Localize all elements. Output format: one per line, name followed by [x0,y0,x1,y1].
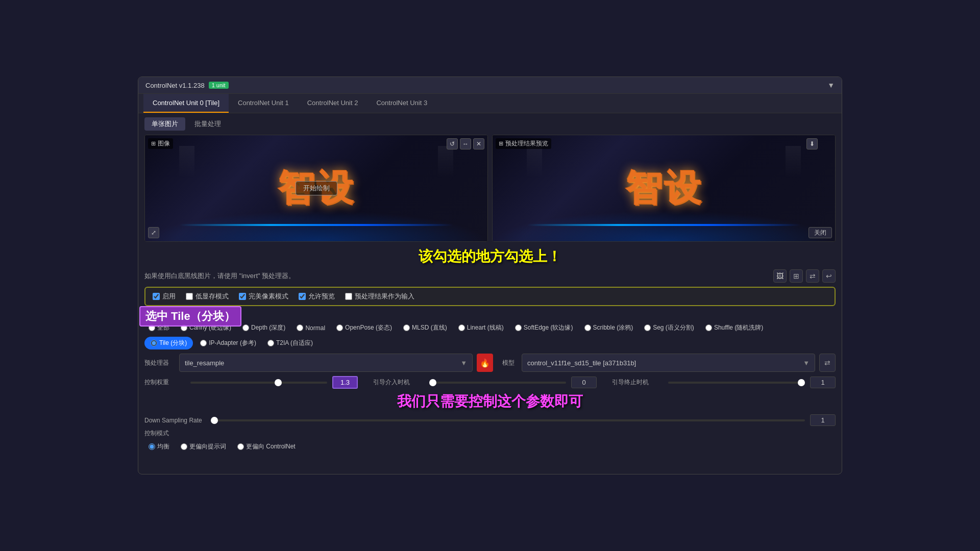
fire-btn[interactable]: 🔥 [477,354,493,372]
model-arrow: ▼ [803,359,810,367]
radio-scribble[interactable]: Scribble (涂鸦) [580,322,638,334]
hint-icon-swap[interactable]: ⇄ [806,269,819,283]
allow-preview-checkbox-input[interactable] [299,293,306,300]
guidance-end-slider-wrapper [668,378,805,388]
rotate-btn[interactable]: ↺ [447,138,458,149]
down-sampling-row: Down Sampling Rate 1 [144,414,836,426]
radio-seg[interactable]: Seg (语义分割) [640,322,698,334]
tab-unit2[interactable]: ControlNet Unit 2 [298,94,368,113]
download-btn[interactable]: ⬇ [806,138,818,149]
preview-panel-label: ⊞ 预处理结果预览 [496,138,551,149]
preview-panel-download: ⬇ [806,138,818,149]
guidance-start-label: 引导介入时机 [373,378,424,387]
allow-preview-checkbox[interactable]: 允许预览 [299,292,335,301]
control-weight-value[interactable]: 1.3 [332,376,358,389]
image-panel-controls: ↺ ↔ ✕ [447,138,484,149]
start-draw-btn[interactable]: 开始绘制 [296,181,337,195]
preprocessor-arrow: ▼ [460,359,467,367]
tabs-bar: ControlNet Unit 0 [Tile] ControlNet Unit… [138,94,842,113]
down-sampling-value[interactable]: 1 [810,414,836,426]
mode-controlnet[interactable]: 更偏向 ControlNet [233,441,300,453]
options-bar: 启用 低显存模式 完美像素模式 允许预览 预处理结果作为输入 [144,287,836,306]
radio-shuffle[interactable]: Shuffle (随机洗牌) [701,322,767,334]
guidance-end-value[interactable]: 1 [810,377,836,388]
annotation-text-1: 该勾选的地方勾选上！ [144,247,836,266]
pixel-perfect-checkbox[interactable]: 完美像素模式 [239,292,288,301]
title-bar-arrow[interactable]: ▼ [827,81,835,89]
radio-lineart[interactable]: Lineart (线稿) [454,322,508,334]
model-label: 模型 [502,359,518,367]
control-weight-slider[interactable] [190,382,327,384]
guidance-start-slider[interactable] [429,382,566,384]
tab-unit0[interactable]: ControlNet Unit 0 [Tile] [143,94,229,113]
radio-ipadapter[interactable]: IP-Adapter (参考) [196,337,260,349]
control-mode-section: 控制模式 均衡 更偏向提示词 更偏向 ControlNet [144,429,836,453]
control-type-row2: Tile (分块) 选中 Tile（分块） IP-Adapter (参考) T2… [144,337,836,349]
radio-tile[interactable]: Tile (分块) 选中 Tile（分块） [144,337,193,349]
swap-btn[interactable]: ⇄ [819,354,836,372]
model-select[interactable]: control_v11f1e_sd15_tile [a371b31b] ▼ [522,354,815,372]
mode-prompt[interactable]: 更偏向提示词 [177,441,230,453]
title-bar: ControlNet v1.1.238 1 unit ▼ [138,77,842,94]
low-vram-checkbox[interactable]: 低显存模式 [186,292,229,301]
radio-mlsd[interactable]: MLSD (直线) [399,322,451,334]
preview-image-bg: 智设 [493,135,835,241]
radio-softedge[interactable]: SoftEdge (软边缘) [511,322,577,334]
control-weight-slider-wrapper [190,378,327,388]
down-sampling-slider[interactable] [211,419,805,421]
guidance-end-label: 引导终止时机 [612,378,663,387]
tab-unit1[interactable]: ControlNet Unit 1 [229,94,298,113]
preprocessor-label: 预处理器 [144,359,175,367]
annotation-area-1: 该勾选的地方勾选上！ [144,247,836,266]
mode-balanced[interactable]: 均衡 [144,441,174,453]
preprocessor-result-checkbox-input[interactable] [345,293,352,300]
guidance-start-value[interactable]: 0 [571,377,597,388]
radio-all[interactable]: 全部 [144,322,174,334]
control-weight-row: 控制权重 1.3 引导介入时机 0 引导终止时机 1 [144,376,836,389]
preprocessor-select[interactable]: tile_resample ▼ [179,354,473,372]
hint-icon-file[interactable]: 🖼 [773,269,787,283]
control-type-section: 控制类型 全部 Canny (硬边缘) Depth (深度) Normal Op… [144,310,836,349]
guidance-end-slider[interactable] [668,382,805,384]
close-preview-btn[interactable]: 关闭 [808,227,832,238]
radio-canny[interactable]: Canny (硬边缘) [177,322,235,334]
control-type-row1: 全部 Canny (硬边缘) Depth (深度) Normal OpenPos… [144,322,836,334]
app-title: ControlNet v1.1.238 [145,82,205,89]
radio-normal[interactable]: Normal [292,322,329,334]
tab-unit3[interactable]: ControlNet Unit 3 [367,94,436,113]
source-image-bg: 智设 开始绘制 [145,135,487,241]
preprocessor-result-checkbox[interactable]: 预处理结果作为输入 [345,292,414,301]
sub-tab-single[interactable]: 单张图片 [144,117,185,131]
annotation-text-3: 我们只需要控制这个参数即可 [144,392,836,411]
enable-checkbox[interactable]: 启用 [153,292,176,301]
pixel-perfect-checkbox-input[interactable] [239,293,246,300]
unit-badge: 1 unit [209,82,229,89]
close-btn[interactable]: ✕ [473,138,484,149]
image-panel-label: ⊞ 图像 [148,138,173,149]
control-mode-label: 控制模式 [144,429,836,438]
content-area: ⊞ 图像 ↺ ↔ ✕ 智设 开始绘制 ⤢ [138,135,842,462]
hint-row: 如果使用白底黑线图片，请使用 "invert" 预处理器。 🖼 ⊞ ⇄ ↩ [144,269,836,283]
down-sampling-label: Down Sampling Rate [144,417,206,424]
guidance-start-slider-wrapper [429,378,566,388]
low-vram-checkbox-input[interactable] [186,293,193,300]
control-weight-label: 控制权重 [144,378,185,387]
radio-openpose[interactable]: OpenPose (姿态) [332,322,396,334]
source-image-panel: ⊞ 图像 ↺ ↔ ✕ 智设 开始绘制 ⤢ [144,135,488,242]
hint-icons: 🖼 ⊞ ⇄ ↩ [773,269,836,283]
preprocessor-row: 预处理器 tile_resample ▼ 🔥 模型 control_v11f1e… [144,354,836,372]
control-mode-options: 均衡 更偏向提示词 更偏向 ControlNet [144,441,836,453]
preview-image-text: 智设 [625,164,703,213]
hint-icon-rotate[interactable]: ↩ [822,269,836,283]
control-type-label: 控制类型 [144,310,836,319]
flip-btn[interactable]: ↔ [460,138,471,149]
radio-depth[interactable]: Depth (深度) [238,322,289,334]
app-window: ControlNet v1.1.238 1 unit ▼ ControlNet … [138,77,842,474]
radio-t2ia[interactable]: T2IA (自适应) [263,337,317,349]
sub-tab-batch[interactable]: 批量处理 [187,117,228,131]
preview-image-panel: ⊞ 预处理结果预览 ⬇ 智设 关闭 [492,135,836,242]
hint-icon-grid[interactable]: ⊞ [790,269,803,283]
enable-checkbox-input[interactable] [153,293,160,300]
expand-btn[interactable]: ⤢ [148,227,159,238]
down-sampling-slider-wrapper [211,415,805,425]
